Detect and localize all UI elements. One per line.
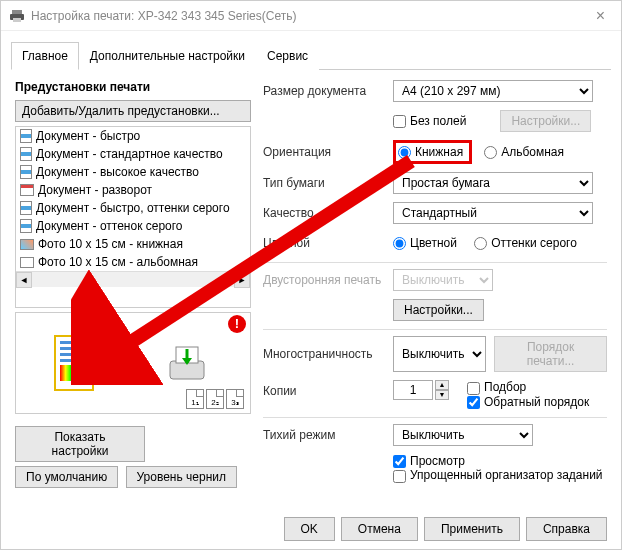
scroll-left-button[interactable]: ◄ bbox=[16, 272, 32, 288]
preset-label: Документ - быстро bbox=[36, 129, 140, 143]
preset-item[interactable]: Документ - быстро, оттенки серого bbox=[16, 199, 250, 217]
quiet-mode-select[interactable]: Выключить bbox=[393, 424, 533, 446]
paper-type-select[interactable]: Простая бумага bbox=[393, 172, 593, 194]
preview-box: ! 1₁ 2₂ 3₃ bbox=[15, 312, 251, 414]
copies-up-button[interactable]: ▲ bbox=[435, 380, 449, 390]
preview-printer-icon bbox=[162, 343, 212, 383]
color-color-radio[interactable] bbox=[393, 237, 406, 250]
preset-item[interactable]: Документ - оттенок серого bbox=[16, 217, 250, 235]
titlebar: Настройка печати: XP-342 343 345 Series(… bbox=[1, 1, 621, 31]
simple-organizer-checkbox-label[interactable]: Упрощенный организатор заданий bbox=[393, 468, 607, 482]
multipage-select[interactable]: Выключить bbox=[393, 336, 486, 372]
preview-checkbox[interactable] bbox=[393, 455, 406, 468]
color-label: Цветной bbox=[263, 236, 393, 250]
preset-item[interactable]: Фото 10 x 15 см - альбомная bbox=[16, 253, 250, 271]
color-color-radio-label[interactable]: Цветной bbox=[393, 236, 457, 250]
preset-item[interactable]: Документ - стандартное качество bbox=[16, 145, 250, 163]
left-column: Предустановки печати Добавить/Удалить пр… bbox=[15, 80, 251, 491]
preview-page bbox=[54, 335, 94, 391]
spread-icon bbox=[20, 184, 34, 196]
preset-label: Фото 10 x 15 см - альбомная bbox=[38, 255, 198, 269]
orientation-portrait-radio[interactable] bbox=[398, 146, 411, 159]
page-order-button: Порядок печати... bbox=[494, 336, 607, 372]
preset-label: Документ - оттенок серого bbox=[36, 219, 183, 233]
doc-size-select[interactable]: A4 (210 x 297 мм) bbox=[393, 80, 593, 102]
tab-service[interactable]: Сервис bbox=[256, 42, 319, 70]
document-icon bbox=[20, 219, 32, 233]
quality-select[interactable]: Стандартный bbox=[393, 202, 593, 224]
duplex-label: Двусторонняя печать bbox=[263, 273, 393, 287]
preview-thumb: 1₁ bbox=[186, 389, 204, 409]
svg-rect-2 bbox=[13, 18, 21, 22]
preset-label: Документ - высокое качество bbox=[36, 165, 199, 179]
color-gray-radio[interactable] bbox=[474, 237, 487, 250]
cancel-button[interactable]: Отмена bbox=[341, 517, 418, 541]
copies-down-button[interactable]: ▼ bbox=[435, 390, 449, 400]
show-settings-button[interactable]: Показать настройки bbox=[15, 426, 145, 462]
doc-size-label: Размер документа bbox=[263, 84, 393, 98]
photo-landscape-icon bbox=[20, 257, 34, 268]
defaults-button[interactable]: По умолчанию bbox=[15, 466, 118, 488]
reverse-checkbox[interactable] bbox=[467, 396, 480, 409]
window-title: Настройка печати: XP-342 343 345 Series(… bbox=[31, 9, 588, 23]
divider bbox=[263, 262, 607, 263]
duplex-settings-button[interactable]: Настройки... bbox=[393, 299, 484, 321]
simple-organizer-checkbox[interactable] bbox=[393, 470, 406, 483]
content-area: Предустановки печати Добавить/Удалить пр… bbox=[1, 70, 621, 501]
apply-button[interactable]: Применить bbox=[424, 517, 520, 541]
paper-type-label: Тип бумаги bbox=[263, 176, 393, 190]
preset-item[interactable]: Фото 10 x 15 см - книжная bbox=[16, 235, 250, 253]
quiet-mode-label: Тихий режим bbox=[263, 428, 393, 442]
tab-bar: Главное Дополнительные настройки Сервис bbox=[11, 41, 611, 70]
right-column: Размер документа A4 (210 x 297 мм) Без п… bbox=[263, 80, 607, 491]
dialog-footer: OK Отмена Применить Справка bbox=[270, 509, 622, 549]
orientation-portrait-radio-label[interactable]: Книжная bbox=[398, 145, 463, 159]
presets-title: Предустановки печати bbox=[15, 80, 251, 94]
photo-icon bbox=[20, 239, 34, 250]
preview-order-thumbs: 1₁ 2₂ 3₃ bbox=[186, 389, 244, 409]
add-remove-presets-button[interactable]: Добавить/Удалить предустановки... bbox=[15, 100, 251, 122]
borderless-settings-button: Настройки... bbox=[500, 110, 591, 132]
tab-main[interactable]: Главное bbox=[11, 42, 79, 70]
ok-button[interactable]: OK bbox=[284, 517, 335, 541]
copies-spinner[interactable]: ▲▼ bbox=[393, 380, 449, 400]
preset-item[interactable]: Документ - высокое качество bbox=[16, 163, 250, 181]
copies-input[interactable] bbox=[393, 380, 433, 400]
preset-label: Документ - стандартное качество bbox=[36, 147, 223, 161]
orientation-portrait-highlight: Книжная bbox=[393, 140, 472, 164]
divider bbox=[263, 417, 607, 418]
borderless-checkbox-label[interactable]: Без полей bbox=[393, 114, 466, 128]
document-icon bbox=[20, 147, 32, 161]
collate-checkbox-label[interactable]: Подбор bbox=[467, 380, 589, 394]
preview-checkbox-label[interactable]: Просмотр bbox=[393, 454, 607, 468]
divider bbox=[263, 329, 607, 330]
preset-label: Фото 10 x 15 см - книжная bbox=[38, 237, 183, 251]
preset-label: Документ - быстро, оттенки серого bbox=[36, 201, 230, 215]
warning-icon: ! bbox=[228, 315, 246, 333]
left-button-group: Показать настройки По умолчанию Уровень … bbox=[15, 422, 251, 488]
preview-thumb: 2₂ bbox=[206, 389, 224, 409]
close-button[interactable]: × bbox=[588, 3, 613, 29]
color-gray-radio-label[interactable]: Оттенки серого bbox=[474, 236, 577, 250]
help-button[interactable]: Справка bbox=[526, 517, 607, 541]
orientation-landscape-radio[interactable] bbox=[484, 146, 497, 159]
quality-label: Качество bbox=[263, 206, 393, 220]
preset-item[interactable]: Документ - разворот bbox=[16, 181, 250, 199]
copies-label: Копии bbox=[263, 380, 393, 398]
scroll-right-button[interactable]: ► bbox=[234, 272, 250, 288]
orientation-landscape-radio-label[interactable]: Альбомная bbox=[484, 145, 564, 159]
document-icon bbox=[20, 201, 32, 215]
ink-levels-button[interactable]: Уровень чернил bbox=[126, 466, 238, 488]
borderless-checkbox[interactable] bbox=[393, 115, 406, 128]
tab-advanced[interactable]: Дополнительные настройки bbox=[79, 42, 256, 70]
multipage-label: Многостраничность bbox=[263, 347, 393, 361]
collate-checkbox[interactable] bbox=[467, 382, 480, 395]
preset-scrollbar[interactable]: ◄► bbox=[16, 271, 250, 287]
orientation-label: Ориентация bbox=[263, 145, 393, 159]
duplex-select: Выключить bbox=[393, 269, 493, 291]
preset-label: Документ - разворот bbox=[38, 183, 152, 197]
document-icon bbox=[20, 165, 32, 179]
reverse-checkbox-label[interactable]: Обратный порядок bbox=[467, 395, 589, 409]
preset-list[interactable]: Документ - быстро Документ - стандартное… bbox=[15, 126, 251, 308]
preset-item[interactable]: Документ - быстро bbox=[16, 127, 250, 145]
